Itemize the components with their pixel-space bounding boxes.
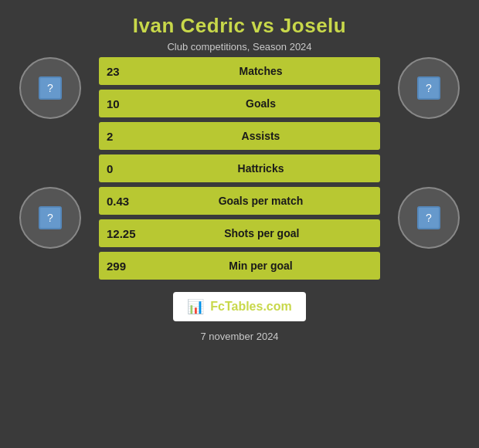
- stat-value-1: 10: [99, 97, 141, 110]
- page-title: Ivan Cedric vs Joselu: [15, 14, 464, 38]
- right-player-avatar-top: ?: [398, 57, 460, 119]
- stat-label-4: Goals per match: [141, 195, 380, 207]
- stat-value-3: 0: [99, 162, 141, 175]
- left-player-avatar-top: ?: [19, 57, 81, 119]
- stat-value-6: 299: [99, 260, 141, 273]
- header: Ivan Cedric vs Joselu Club competitions,…: [0, 0, 479, 57]
- page-subtitle: Club competitions, Season 2024: [15, 41, 464, 53]
- date-footer: 7 november 2024: [200, 331, 278, 342]
- stat-row-goals: 10Goals: [99, 90, 380, 117]
- right-avatar-placeholder-bottom: ?: [417, 206, 440, 229]
- left-bottom-avatar-container: ?: [8, 187, 93, 249]
- footer-logo: 📊 FcTables.com: [173, 292, 306, 321]
- stat-value-5: 12.25: [99, 227, 144, 240]
- logo-chart-icon: 📊: [187, 298, 204, 315]
- stat-row-hattricks: 0Hattricks: [99, 154, 380, 182]
- stat-label-2: Assists: [141, 130, 380, 142]
- stat-label-0: Matches: [141, 65, 380, 77]
- stat-value-4: 0.43: [99, 195, 141, 208]
- left-avatar-placeholder-bottom: ?: [39, 206, 62, 229]
- left-avatar-placeholder-top: ?: [39, 76, 62, 100]
- stat-row-shots-per-goal: 12.25Shots per goal: [99, 219, 380, 247]
- stat-row-goals-per-match: 0.43Goals per match: [99, 187, 380, 215]
- stat-label-5: Shots per goal: [144, 227, 380, 239]
- stat-label-1: Goals: [141, 97, 380, 110]
- stat-row-min-per-goal: 299Min per goal: [99, 252, 380, 280]
- stat-row-assists: 2Assists: [99, 122, 380, 150]
- stat-value-0: 23: [99, 65, 141, 78]
- left-player-avatar-bottom: ?: [19, 187, 81, 249]
- stats-column-bottom: 0.43Goals per match12.25Shots per goal29…: [93, 187, 386, 280]
- logo-fc: Fc: [210, 300, 225, 313]
- right-player-column: ?: [386, 57, 471, 119]
- stat-label-3: Hattricks: [141, 162, 380, 175]
- left-player-column: ?: [8, 57, 93, 119]
- logo-text: FcTables.com: [210, 300, 292, 314]
- logo-tables: Tables.com: [225, 300, 292, 313]
- stat-label-6: Min per goal: [141, 260, 380, 272]
- right-player-avatar-bottom: ?: [398, 187, 460, 249]
- right-avatar-placeholder-top: ?: [417, 76, 440, 100]
- stat-row-matches: 23Matches: [99, 57, 380, 85]
- stats-column-top: 23Matches10Goals2Assists0Hattricks: [93, 57, 386, 182]
- right-bottom-avatar-container: ?: [386, 187, 471, 249]
- stat-value-2: 2: [99, 130, 141, 143]
